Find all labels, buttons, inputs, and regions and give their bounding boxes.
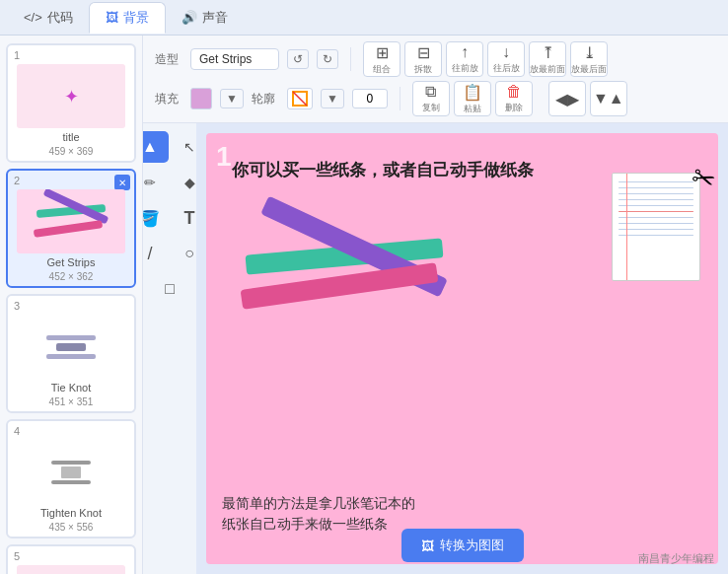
separator-1 [350,47,351,71]
edit-group: ⧉ 复制 📋 粘贴 🗑 删除 ◀▶ [412,81,627,116]
line-9 [619,229,693,230]
right-panel: 造型 Get Strips ↺ ↻ ⊞ 组合 ⊟ 拆散 ↑ 往 [143,36,728,574]
toolbar-row-1: 造型 Get Strips ↺ ↻ ⊞ 组合 ⊟ 拆散 ↑ 往 [155,41,716,77]
slide-label-1: title [62,131,79,143]
slide-thumb-3[interactable]: 3 Tie Knot 451 × 351 [6,294,136,413]
toolbar: 造型 Get Strips ↺ ↻ ⊞ 组合 ⊟ 拆散 ↑ 往 [143,36,728,123]
delete-slide-btn[interactable]: ✕ [114,175,130,190]
line-6 [619,211,693,212]
slide-num-2: 2 [12,175,20,186]
image-convert-icon: 🖼 [421,538,434,553]
thumb-img-1: ✦ [17,64,125,128]
delete-icon: 🗑 [506,83,522,101]
undo-btn[interactable]: ↺ [287,49,309,69]
front-one-btn[interactable]: ↑ 往前放 [446,41,483,77]
sidebar: 1 ✦ title 459 × 369 2 ✕ [0,36,143,574]
tool-row-5: □ [151,273,188,305]
slide-body-text: 最简单的方法是拿几张笔记本的纸张自己动手来做一些纸条 [222,493,418,535]
stroke-icon [291,90,309,108]
stroke-color-container[interactable] [287,88,313,109]
pen-tool-btn[interactable]: ✏ [143,167,169,198]
convert-btn[interactable]: 🖼 转换为图图 [401,529,524,562]
fill-tool-btn[interactable]: 🪣 [143,202,169,234]
stroke-dropdown-btn[interactable]: ▼ [321,89,344,108]
thumb-img-5 [17,565,125,574]
strips-illustration [236,227,502,325]
split-btn[interactable]: ⊟ 拆散 [404,41,442,77]
stroke-width-input[interactable]: 0 [352,89,388,108]
separator-2 [400,87,400,110]
line-10 [619,235,693,236]
thumb-img-3 [17,315,125,379]
combine-btn[interactable]: ⊞ 组合 [363,41,400,77]
slide-sub-2: 452 × 362 [49,271,94,282]
line-7 [619,217,693,218]
slide-title-text: 你可以买一些纸条，或者自己动手做纸条 [232,155,538,182]
paste-icon: 📋 [463,83,482,102]
slide-label-2: Get Strips [47,256,96,268]
slide-sub-3: 451 × 351 [49,396,94,407]
flip-h-icon: ◀▶ [555,90,579,108]
slide-thumb-1[interactable]: 1 ✦ title 459 × 369 [6,43,136,163]
main-layout: 1 ✦ title 459 × 369 2 ✕ [0,36,728,574]
tool-palette: ▲ ↖ ✏ ◆ 🪣 T / ○ □ [143,123,196,574]
slide-canvas[interactable]: 1 你可以买一些纸条，或者自己动手做纸条 [196,123,728,574]
line-8 [619,223,693,224]
tab-background[interactable]: 🖼 背景 [89,2,166,34]
thumb-img-2 [17,189,125,253]
slide-num-5: 5 [12,550,20,562]
combine-icon: ⊞ [376,43,389,62]
fill-label: 填充 [155,91,182,108]
copy-icon: ⧉ [425,83,436,101]
slide-thumb-5[interactable]: 5 Tuck1 485 × 520 [6,544,136,574]
slide-num-1: 1 [12,49,20,61]
back-all-icon: ⤓ [583,43,596,62]
thumb-img-4 [17,440,125,504]
watermark: 南昌青少年编程 [638,551,714,566]
scissors-icon: ✂ [688,160,718,198]
front-all-icon: ⤒ [542,43,554,62]
front-one-icon: ↑ [461,43,469,61]
svg-line-1 [293,92,307,106]
slide-thumb-4[interactable]: 4 Tighten Knot 435 × 556 [6,419,136,538]
slide-number: 1 [216,141,232,173]
toolbar-row-2: 填充 ▼ 轮廓 ▼ 0 ⧉ 复制 [155,81,716,116]
copy-btn[interactable]: ⧉ 复制 [412,81,450,116]
spacer [537,81,545,116]
front-all-btn[interactable]: ⤒ 放最前面 [529,41,566,77]
back-one-btn[interactable]: ↓ 往后放 [487,41,525,77]
notebook-red-line [626,174,627,280]
notebook-illustration: ✂ [592,163,710,291]
flip-v-btn[interactable]: ▼▲ [590,81,627,116]
line-1 [619,181,693,182]
select-tool-btn[interactable]: ▲ [143,131,169,163]
canvas-area: ▲ ↖ ✏ ◆ 🪣 T / ○ □ [143,123,728,574]
back-one-icon: ↓ [502,43,510,61]
rect-tool-btn[interactable]: □ [151,273,188,305]
line-tool-btn[interactable]: / [143,238,169,269]
slide-num-4: 4 [12,425,20,437]
redo-btn[interactable]: ↻ [317,49,338,69]
image-icon: 🖼 [106,10,118,25]
slide-thumb-2[interactable]: 2 ✕ Get Strips 452 × 362 [6,169,136,288]
code-icon: </> [24,10,42,25]
fill-color-btn[interactable] [190,88,212,109]
tab-sound[interactable]: 🔊 声音 [166,3,244,33]
delete-btn-toolbar[interactable]: 🗑 删除 [495,81,533,116]
line-2 [619,187,693,188]
paste-btn[interactable]: 📋 粘贴 [454,81,491,116]
slide-sub-1: 459 × 369 [49,146,94,157]
shape-name-display: Get Strips [190,48,279,70]
tab-code[interactable]: </> 代码 [8,3,89,33]
back-all-btn[interactable]: ⤓ 放最后面 [570,41,608,77]
flip-v-icon: ▼▲ [593,90,624,108]
arrange-group: ⊞ 组合 ⊟ 拆散 ↑ 往前放 ↓ 往后放 [363,41,608,77]
fill-dropdown-btn[interactable]: ▼ [220,89,244,108]
tab-bar: </> 代码 🖼 背景 🔊 声音 [0,0,728,36]
split-icon: ⊟ [417,43,430,62]
slide-content: 1 你可以买一些纸条，或者自己动手做纸条 [206,133,718,564]
flip-h-btn[interactable]: ◀▶ [548,81,586,116]
shape-label: 造型 [155,51,182,68]
slide-label-3: Tie Knot [51,382,92,394]
sound-icon: 🔊 [182,10,197,25]
